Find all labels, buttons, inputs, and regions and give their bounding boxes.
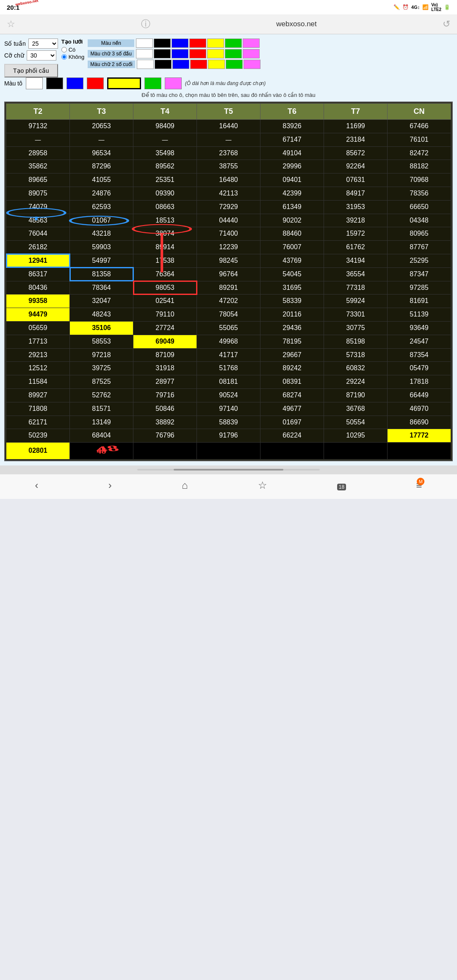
swatch-pink-1[interactable] xyxy=(243,39,260,48)
swatch-pink-3[interactable] xyxy=(244,60,260,69)
table-cell[interactable]: 11699 xyxy=(324,120,388,133)
table-cell[interactable]: 62593 xyxy=(70,200,133,214)
table-cell[interactable]: 31953 xyxy=(324,200,388,214)
table-cell[interactable] xyxy=(197,443,260,460)
so-tuan-select[interactable]: 25 xyxy=(28,39,58,49)
table-cell[interactable]: 41717 xyxy=(197,348,260,362)
table-cell[interactable]: — xyxy=(70,133,133,146)
table-cell[interactable]: 05479 xyxy=(388,362,451,375)
table-cell[interactable]: 86690 xyxy=(388,416,451,429)
table-cell[interactable]: 05659 xyxy=(6,321,70,335)
table-cell[interactable] xyxy=(260,443,324,460)
table-cell[interactable]: 66650 xyxy=(388,200,451,214)
table-cell[interactable]: 26182 xyxy=(6,241,70,254)
table-cell[interactable]: 89562 xyxy=(133,160,197,173)
table-cell[interactable]: 17713 xyxy=(6,335,70,348)
table-cell[interactable]: 54045 xyxy=(260,267,324,281)
table-cell[interactable]: 57318 xyxy=(324,348,388,362)
table-cell[interactable]: 24876 xyxy=(70,187,133,200)
table-cell[interactable]: 29224 xyxy=(324,375,388,389)
table-cell[interactable]: 60832 xyxy=(324,362,388,375)
table-cell[interactable]: 28977 xyxy=(133,375,197,389)
table-cell[interactable]: 76364 xyxy=(133,267,197,281)
table-cell[interactable]: 89665 xyxy=(6,173,70,187)
table-cell[interactable]: 76796 xyxy=(133,429,197,443)
table-cell[interactable]: 43769 xyxy=(260,254,324,267)
table-cell[interactable]: 16480 xyxy=(197,173,260,187)
table-cell[interactable]: 51139 xyxy=(388,308,451,322)
table-cell[interactable]: 29996 xyxy=(260,160,324,173)
table-cell[interactable]: 87190 xyxy=(324,388,388,402)
table-cell[interactable]: 13149 xyxy=(70,416,133,429)
table-cell[interactable]: 17538 xyxy=(133,254,197,267)
mau-to-red[interactable] xyxy=(87,77,104,89)
table-cell[interactable]: 99358 xyxy=(6,295,70,308)
nav-home[interactable]: ⌂ xyxy=(182,479,188,491)
table-cell[interactable]: 88460 xyxy=(260,227,324,241)
scroll-bar[interactable] xyxy=(137,469,320,471)
table-cell[interactable]: 28958 xyxy=(6,146,70,160)
table-cell[interactable]: 89291 xyxy=(197,281,260,295)
table-cell[interactable]: 86317 xyxy=(6,267,70,281)
nav-bookmark[interactable]: ☆ xyxy=(258,479,267,491)
table-cell[interactable]: 98245 xyxy=(197,254,260,267)
reload-icon[interactable]: ↺ xyxy=(443,19,450,30)
table-cell[interactable]: 36554 xyxy=(324,267,388,281)
table-cell[interactable]: 89242 xyxy=(260,362,324,375)
table-cell[interactable]: 68274 xyxy=(260,388,324,402)
table-cell[interactable]: 55065 xyxy=(197,321,260,335)
table-cell[interactable]: 71400 xyxy=(197,227,260,241)
co-chu-select[interactable]: 30 xyxy=(27,50,56,61)
table-cell[interactable]: 23184 xyxy=(324,133,388,146)
table-cell[interactable]: 48563 xyxy=(6,214,70,227)
table-cell[interactable]: 25295 xyxy=(388,254,451,267)
table-cell[interactable]: 97218 xyxy=(70,348,133,362)
table-cell[interactable]: 94479 xyxy=(6,308,70,322)
table-cell[interactable]: 66449 xyxy=(388,388,451,402)
swatch-green-1[interactable] xyxy=(225,39,242,48)
table-cell[interactable]: 87347 xyxy=(388,267,451,281)
table-cell[interactable]: 68404 xyxy=(70,429,133,443)
table-cell[interactable]: 48 xyxy=(70,443,133,460)
table-cell[interactable]: 93649 xyxy=(388,321,451,335)
table-cell[interactable]: 08391 xyxy=(260,375,324,389)
table-cell[interactable]: 12941 xyxy=(6,254,70,267)
table-cell[interactable]: 32047 xyxy=(70,295,133,308)
table-cell[interactable]: 12512 xyxy=(6,362,70,375)
table-cell[interactable]: 84917 xyxy=(324,187,388,200)
table-cell[interactable]: 38074 xyxy=(133,227,197,241)
table-cell[interactable]: 17772 xyxy=(388,429,451,443)
swatch-white-2[interactable] xyxy=(136,49,153,58)
table-cell[interactable]: 58839 xyxy=(197,416,260,429)
table-cell[interactable]: 61762 xyxy=(324,241,388,254)
swatch-black-3[interactable] xyxy=(155,60,172,69)
table-cell[interactable]: 85198 xyxy=(324,335,388,348)
table-cell[interactable]: 29667 xyxy=(260,348,324,362)
swatch-black-1[interactable] xyxy=(154,39,171,48)
nav-menu[interactable]: ≡ M xyxy=(416,479,422,491)
table-cell[interactable]: 83926 xyxy=(260,120,324,133)
table-cell[interactable]: 42113 xyxy=(197,187,260,200)
swatch-red-3[interactable] xyxy=(190,60,207,69)
table-cell[interactable]: 78364 xyxy=(70,281,133,295)
table-cell[interactable]: 23768 xyxy=(197,146,260,160)
info-icon[interactable]: ⓘ xyxy=(141,18,150,30)
table-cell[interactable]: 59924 xyxy=(324,295,388,308)
nav-tabs[interactable]: 18 xyxy=(337,479,346,491)
table-cell[interactable]: 35498 xyxy=(133,146,197,160)
table-cell[interactable]: 27724 xyxy=(133,321,197,335)
table-cell[interactable]: 81571 xyxy=(70,402,133,416)
table-cell[interactable]: 73301 xyxy=(324,308,388,322)
table-cell[interactable]: 29436 xyxy=(260,321,324,335)
table-cell[interactable]: 50239 xyxy=(6,429,70,443)
table-cell[interactable]: 30775 xyxy=(324,321,388,335)
table-cell[interactable]: 54997 xyxy=(70,254,133,267)
table-cell[interactable]: 81691 xyxy=(388,295,451,308)
swatch-pink-2[interactable] xyxy=(243,49,260,58)
table-cell[interactable]: 50846 xyxy=(133,402,197,416)
table-cell[interactable]: 11584 xyxy=(6,375,70,389)
table-cell[interactable]: 97132 xyxy=(6,120,70,133)
table-cell[interactable]: 04440 xyxy=(197,214,260,227)
nav-back[interactable]: ‹ xyxy=(35,479,39,491)
table-cell[interactable] xyxy=(324,443,388,460)
